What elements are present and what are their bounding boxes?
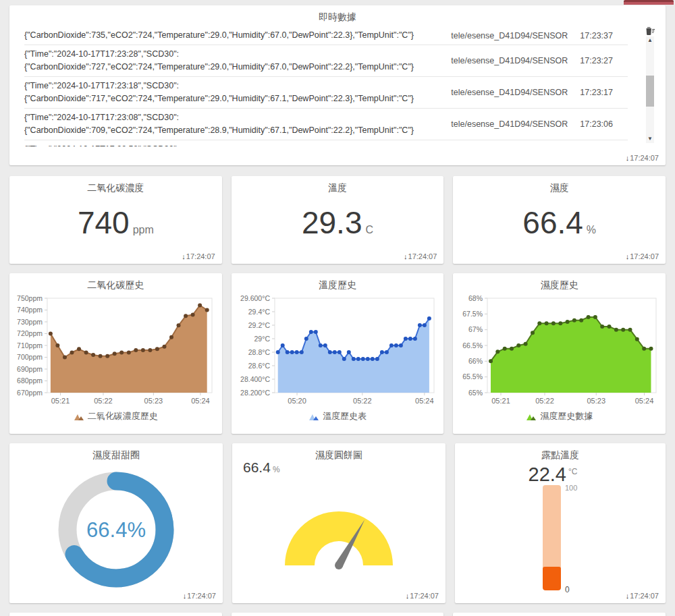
humidity-history-card: 濕度歷史 68%67.5%67%66.5%66%65.5%65%05:2105:… bbox=[453, 273, 666, 434]
dewpoint-level-gauge: 100 0 bbox=[536, 485, 590, 593]
svg-text:05:21: 05:21 bbox=[51, 397, 70, 405]
scroll-down-icon[interactable]: ▼ bbox=[646, 135, 654, 143]
log-scrollbar[interactable]: ▲ ▼ bbox=[646, 36, 654, 143]
level-max-label: 100 bbox=[565, 484, 577, 492]
svg-text:29.4°C: 29.4°C bbox=[248, 308, 271, 316]
humidity-gauge-card: 濕度圓餅圖 66.4% ↓17:24:07 bbox=[232, 443, 446, 603]
legend-label: 溫度歷史表 bbox=[323, 410, 367, 422]
legend-label: 濕度歷史數據 bbox=[540, 410, 593, 422]
scroll-up-icon[interactable]: ▲ bbox=[646, 36, 654, 45]
log-row: {"Time":"2024-10-17T17:22:58","SCD30": bbox=[24, 140, 628, 146]
mqtt-topic: tele/esense_D41D94/SENSOR bbox=[451, 31, 568, 40]
mqtt-payload: {"Time":"2024-10-17T17:22:58","SCD30": bbox=[24, 143, 628, 146]
mqtt-time: 17:23:06 bbox=[580, 119, 613, 129]
trash-icon[interactable] bbox=[645, 26, 655, 36]
mqtt-time: 17:23:27 bbox=[580, 56, 613, 65]
partial-card bbox=[9, 613, 222, 616]
unit-label: ppm bbox=[133, 224, 154, 235]
last-update-time: ↓17:24:07 bbox=[626, 252, 659, 260]
updated-arrow-icon: ↓ bbox=[626, 592, 630, 600]
svg-text:29°C: 29°C bbox=[254, 335, 271, 343]
log-row: {"Time":"2024-10-17T17:23:28","SCD30": {… bbox=[24, 45, 628, 76]
svg-text:28.6°C: 28.6°C bbox=[248, 362, 271, 370]
co2-history-card: 二氧化碳歷史 750ppm740ppm730ppm720ppm710ppm700… bbox=[9, 273, 222, 434]
mqtt-payload: {"Time":"2024-10-17T17:23:18","SCD30": {… bbox=[24, 80, 451, 105]
next-row-partial bbox=[9, 613, 666, 616]
svg-text:740ppm: 740ppm bbox=[17, 306, 43, 314]
area-series-icon bbox=[308, 412, 319, 421]
legend-item[interactable]: 二氧化碳濃度歷史 bbox=[9, 410, 222, 422]
level-min-label: 0 bbox=[565, 585, 570, 594]
mqtt-payload: {"CarbonDioxide":735,"eCO2":724,"Tempera… bbox=[24, 29, 451, 42]
svg-text:28.8°C: 28.8°C bbox=[248, 348, 271, 356]
card-title: 二氧化碳濃度 bbox=[9, 176, 222, 196]
svg-text:05:23: 05:23 bbox=[144, 397, 163, 405]
log-row: {"Time":"2024-10-17T17:23:08","SCD30": {… bbox=[24, 108, 628, 140]
svg-text:29.600°C: 29.600°C bbox=[240, 294, 270, 302]
svg-text:05:20: 05:20 bbox=[288, 397, 306, 405]
mqtt-topic: tele/esense_D41D94/SENSOR bbox=[451, 56, 568, 65]
mqtt-topic: tele/esense_D41D94/SENSOR bbox=[451, 88, 568, 97]
partial-card bbox=[232, 613, 444, 616]
svg-text:05:24: 05:24 bbox=[415, 397, 434, 405]
svg-text:710ppm: 710ppm bbox=[17, 341, 43, 349]
svg-text:670ppm: 670ppm bbox=[17, 389, 43, 397]
last-update-time: ↓17:24:07 bbox=[626, 592, 659, 600]
chart-title: 濕度甜甜圈 bbox=[9, 443, 223, 463]
svg-text:66.5%: 66.5% bbox=[462, 341, 483, 349]
humidity-history-chart: 68%67.5%67%66.5%66%65.5%65%05:2105:2205:… bbox=[458, 294, 662, 410]
dewpoint-level-fill bbox=[543, 567, 561, 590]
svg-text:720ppm: 720ppm bbox=[17, 329, 43, 337]
humidity-gauge-chart bbox=[232, 463, 446, 596]
legend-label: 二氧化碳濃度歷史 bbox=[88, 410, 158, 422]
updated-arrow-icon: ↓ bbox=[183, 592, 187, 600]
dewpoint-value: 22.4°C bbox=[502, 465, 603, 484]
temperature-value: 29.3C bbox=[232, 207, 444, 238]
updated-arrow-icon: ↓ bbox=[182, 252, 186, 260]
unit-label: % bbox=[587, 224, 596, 235]
legend-item[interactable]: 濕度歷史數據 bbox=[453, 410, 666, 422]
co2-value: 740ppm bbox=[9, 207, 222, 238]
realtime-data-panel: 即時數據 {"CarbonDioxide":735,"eCO2":724,"Te… bbox=[9, 5, 666, 165]
svg-text:750ppm: 750ppm bbox=[17, 294, 43, 302]
svg-text:05:23: 05:23 bbox=[587, 397, 605, 405]
scrollbar-thumb[interactable] bbox=[646, 76, 654, 107]
last-update-time: ↓17:24:07 bbox=[626, 154, 659, 162]
card-title: 溫度 bbox=[232, 176, 444, 196]
updated-arrow-icon: ↓ bbox=[404, 252, 408, 260]
last-update-time: ↓17:24:07 bbox=[406, 592, 439, 600]
svg-text:05:22: 05:22 bbox=[353, 397, 372, 405]
mqtt-payload: {"Time":"2024-10-17T17:23:08","SCD30": {… bbox=[24, 111, 451, 137]
temperature-value-card: 溫度 29.3C ↓17:24:07 bbox=[232, 176, 444, 264]
svg-text:65%: 65% bbox=[468, 389, 483, 397]
svg-text:05:24: 05:24 bbox=[191, 397, 210, 405]
last-update-time: ↓17:24:07 bbox=[182, 252, 215, 260]
svg-text:700ppm: 700ppm bbox=[17, 353, 43, 361]
svg-text:28.400°C: 28.400°C bbox=[240, 375, 270, 383]
humidity-value-card: 濕度 66.4% ↓17:24:07 bbox=[453, 176, 666, 264]
svg-text:29.2°C: 29.2°C bbox=[248, 321, 271, 329]
mqtt-time: 17:23:37 bbox=[580, 31, 613, 40]
chart-title: 濕度歷史 bbox=[453, 273, 666, 293]
svg-text:67.5%: 67.5% bbox=[462, 310, 483, 318]
chart-title: 露點溫度 bbox=[455, 443, 666, 463]
mqtt-topic: tele/esense_D41D94/SENSOR bbox=[451, 119, 568, 129]
legend-item[interactable]: 溫度歷史表 bbox=[232, 410, 444, 422]
dewpoint-card: 露點溫度 22.4°C 100 0 ↓17:24:07 bbox=[455, 443, 666, 603]
updated-arrow-icon: ↓ bbox=[626, 252, 630, 260]
partial-card bbox=[453, 613, 666, 616]
temperature-history-card: 溫度歷史 29.600°C29.4°C29.2°C29°C28.8°C28.6°… bbox=[232, 273, 444, 434]
svg-text:05:24: 05:24 bbox=[634, 397, 653, 405]
gauge-value: 66.4% bbox=[243, 459, 280, 476]
dashboard-page: 即時數據 {"CarbonDioxide":735,"eCO2":724,"Te… bbox=[0, 0, 675, 616]
co2-value-card: 二氧化碳濃度 740ppm ↓17:24:07 bbox=[9, 176, 222, 264]
unit-label: C bbox=[365, 224, 373, 235]
mqtt-time: 17:23:17 bbox=[580, 88, 613, 97]
svg-text:68%: 68% bbox=[468, 294, 483, 302]
svg-text:680ppm: 680ppm bbox=[17, 376, 43, 385]
card-title: 濕度 bbox=[453, 176, 666, 196]
svg-text:67%: 67% bbox=[468, 325, 483, 333]
svg-text:66.4%: 66.4% bbox=[86, 518, 146, 542]
svg-text:05:22: 05:22 bbox=[94, 397, 113, 405]
humidity-donut-chart: 66.4% bbox=[9, 463, 223, 596]
